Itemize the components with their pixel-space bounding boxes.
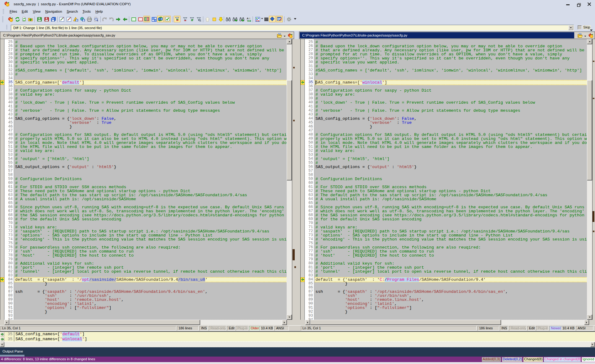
svg-text:B: B <box>249 20 251 22</box>
